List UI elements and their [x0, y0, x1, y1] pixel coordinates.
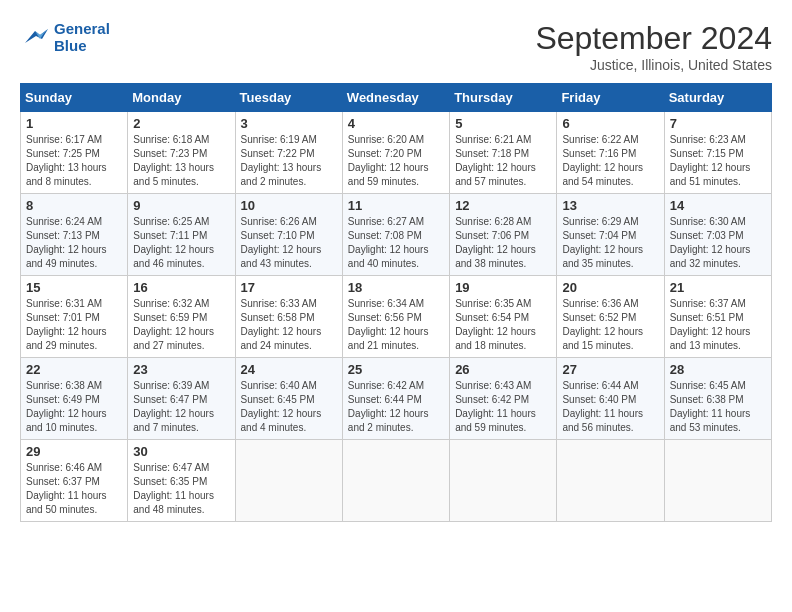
calendar-cell: 5Sunrise: 6:21 AM Sunset: 7:18 PM Daylig…	[450, 112, 557, 194]
day-info: Sunrise: 6:45 AM Sunset: 6:38 PM Dayligh…	[670, 379, 766, 435]
day-info: Sunrise: 6:20 AM Sunset: 7:20 PM Dayligh…	[348, 133, 444, 189]
day-number: 24	[241, 362, 337, 377]
calendar-cell: 16Sunrise: 6:32 AM Sunset: 6:59 PM Dayli…	[128, 276, 235, 358]
day-info: Sunrise: 6:43 AM Sunset: 6:42 PM Dayligh…	[455, 379, 551, 435]
logo-icon	[20, 25, 50, 49]
calendar-header-saturday: Saturday	[664, 84, 771, 112]
calendar-header-wednesday: Wednesday	[342, 84, 449, 112]
calendar-cell: 28Sunrise: 6:45 AM Sunset: 6:38 PM Dayli…	[664, 358, 771, 440]
day-number: 26	[455, 362, 551, 377]
day-number: 5	[455, 116, 551, 131]
calendar-week-4: 22Sunrise: 6:38 AM Sunset: 6:49 PM Dayli…	[21, 358, 772, 440]
day-number: 1	[26, 116, 122, 131]
calendar-cell: 4Sunrise: 6:20 AM Sunset: 7:20 PM Daylig…	[342, 112, 449, 194]
calendar-cell: 7Sunrise: 6:23 AM Sunset: 7:15 PM Daylig…	[664, 112, 771, 194]
calendar-cell	[557, 440, 664, 522]
day-number: 19	[455, 280, 551, 295]
day-info: Sunrise: 6:23 AM Sunset: 7:15 PM Dayligh…	[670, 133, 766, 189]
calendar-cell: 17Sunrise: 6:33 AM Sunset: 6:58 PM Dayli…	[235, 276, 342, 358]
day-info: Sunrise: 6:32 AM Sunset: 6:59 PM Dayligh…	[133, 297, 229, 353]
calendar-cell: 22Sunrise: 6:38 AM Sunset: 6:49 PM Dayli…	[21, 358, 128, 440]
day-info: Sunrise: 6:28 AM Sunset: 7:06 PM Dayligh…	[455, 215, 551, 271]
day-number: 15	[26, 280, 122, 295]
calendar-header-thursday: Thursday	[450, 84, 557, 112]
calendar-cell: 3Sunrise: 6:19 AM Sunset: 7:22 PM Daylig…	[235, 112, 342, 194]
day-info: Sunrise: 6:42 AM Sunset: 6:44 PM Dayligh…	[348, 379, 444, 435]
day-number: 6	[562, 116, 658, 131]
day-number: 3	[241, 116, 337, 131]
day-info: Sunrise: 6:37 AM Sunset: 6:51 PM Dayligh…	[670, 297, 766, 353]
calendar-header-friday: Friday	[557, 84, 664, 112]
day-info: Sunrise: 6:22 AM Sunset: 7:16 PM Dayligh…	[562, 133, 658, 189]
day-info: Sunrise: 6:44 AM Sunset: 6:40 PM Dayligh…	[562, 379, 658, 435]
calendar-header-tuesday: Tuesday	[235, 84, 342, 112]
day-number: 7	[670, 116, 766, 131]
day-info: Sunrise: 6:21 AM Sunset: 7:18 PM Dayligh…	[455, 133, 551, 189]
day-number: 30	[133, 444, 229, 459]
calendar-cell: 24Sunrise: 6:40 AM Sunset: 6:45 PM Dayli…	[235, 358, 342, 440]
calendar-cell	[664, 440, 771, 522]
location: Justice, Illinois, United States	[535, 57, 772, 73]
day-number: 8	[26, 198, 122, 213]
day-info: Sunrise: 6:46 AM Sunset: 6:37 PM Dayligh…	[26, 461, 122, 517]
day-info: Sunrise: 6:47 AM Sunset: 6:35 PM Dayligh…	[133, 461, 229, 517]
calendar-cell: 29Sunrise: 6:46 AM Sunset: 6:37 PM Dayli…	[21, 440, 128, 522]
day-number: 27	[562, 362, 658, 377]
calendar-cell: 18Sunrise: 6:34 AM Sunset: 6:56 PM Dayli…	[342, 276, 449, 358]
calendar-cell: 20Sunrise: 6:36 AM Sunset: 6:52 PM Dayli…	[557, 276, 664, 358]
calendar-cell: 21Sunrise: 6:37 AM Sunset: 6:51 PM Dayli…	[664, 276, 771, 358]
day-info: Sunrise: 6:18 AM Sunset: 7:23 PM Dayligh…	[133, 133, 229, 189]
calendar-cell: 9Sunrise: 6:25 AM Sunset: 7:11 PM Daylig…	[128, 194, 235, 276]
calendar-header-sunday: Sunday	[21, 84, 128, 112]
day-number: 14	[670, 198, 766, 213]
calendar-header-row: SundayMondayTuesdayWednesdayThursdayFrid…	[21, 84, 772, 112]
day-number: 9	[133, 198, 229, 213]
calendar-week-1: 1Sunrise: 6:17 AM Sunset: 7:25 PM Daylig…	[21, 112, 772, 194]
day-number: 23	[133, 362, 229, 377]
calendar-cell: 8Sunrise: 6:24 AM Sunset: 7:13 PM Daylig…	[21, 194, 128, 276]
day-info: Sunrise: 6:34 AM Sunset: 6:56 PM Dayligh…	[348, 297, 444, 353]
calendar-week-3: 15Sunrise: 6:31 AM Sunset: 7:01 PM Dayli…	[21, 276, 772, 358]
day-number: 29	[26, 444, 122, 459]
day-info: Sunrise: 6:26 AM Sunset: 7:10 PM Dayligh…	[241, 215, 337, 271]
day-number: 25	[348, 362, 444, 377]
calendar-cell: 30Sunrise: 6:47 AM Sunset: 6:35 PM Dayli…	[128, 440, 235, 522]
calendar-table: SundayMondayTuesdayWednesdayThursdayFrid…	[20, 83, 772, 522]
day-number: 12	[455, 198, 551, 213]
day-info: Sunrise: 6:38 AM Sunset: 6:49 PM Dayligh…	[26, 379, 122, 435]
logo-text: General Blue	[54, 20, 110, 54]
day-number: 18	[348, 280, 444, 295]
day-number: 20	[562, 280, 658, 295]
day-info: Sunrise: 6:40 AM Sunset: 6:45 PM Dayligh…	[241, 379, 337, 435]
calendar-cell: 10Sunrise: 6:26 AM Sunset: 7:10 PM Dayli…	[235, 194, 342, 276]
logo: General Blue	[20, 20, 110, 54]
day-number: 28	[670, 362, 766, 377]
day-number: 22	[26, 362, 122, 377]
calendar-cell	[235, 440, 342, 522]
day-number: 11	[348, 198, 444, 213]
page-header: General Blue September 2024 Justice, Ill…	[20, 20, 772, 73]
day-number: 21	[670, 280, 766, 295]
day-info: Sunrise: 6:24 AM Sunset: 7:13 PM Dayligh…	[26, 215, 122, 271]
day-info: Sunrise: 6:35 AM Sunset: 6:54 PM Dayligh…	[455, 297, 551, 353]
calendar-cell	[342, 440, 449, 522]
day-info: Sunrise: 6:39 AM Sunset: 6:47 PM Dayligh…	[133, 379, 229, 435]
day-info: Sunrise: 6:19 AM Sunset: 7:22 PM Dayligh…	[241, 133, 337, 189]
calendar-cell: 23Sunrise: 6:39 AM Sunset: 6:47 PM Dayli…	[128, 358, 235, 440]
day-number: 17	[241, 280, 337, 295]
calendar-header-monday: Monday	[128, 84, 235, 112]
day-number: 4	[348, 116, 444, 131]
calendar-week-2: 8Sunrise: 6:24 AM Sunset: 7:13 PM Daylig…	[21, 194, 772, 276]
calendar-cell: 13Sunrise: 6:29 AM Sunset: 7:04 PM Dayli…	[557, 194, 664, 276]
calendar-cell: 6Sunrise: 6:22 AM Sunset: 7:16 PM Daylig…	[557, 112, 664, 194]
svg-marker-0	[25, 29, 48, 43]
day-number: 16	[133, 280, 229, 295]
calendar-cell: 11Sunrise: 6:27 AM Sunset: 7:08 PM Dayli…	[342, 194, 449, 276]
month-title: September 2024	[535, 20, 772, 57]
day-number: 10	[241, 198, 337, 213]
day-info: Sunrise: 6:17 AM Sunset: 7:25 PM Dayligh…	[26, 133, 122, 189]
calendar-cell: 25Sunrise: 6:42 AM Sunset: 6:44 PM Dayli…	[342, 358, 449, 440]
calendar-cell: 14Sunrise: 6:30 AM Sunset: 7:03 PM Dayli…	[664, 194, 771, 276]
day-info: Sunrise: 6:29 AM Sunset: 7:04 PM Dayligh…	[562, 215, 658, 271]
day-info: Sunrise: 6:27 AM Sunset: 7:08 PM Dayligh…	[348, 215, 444, 271]
